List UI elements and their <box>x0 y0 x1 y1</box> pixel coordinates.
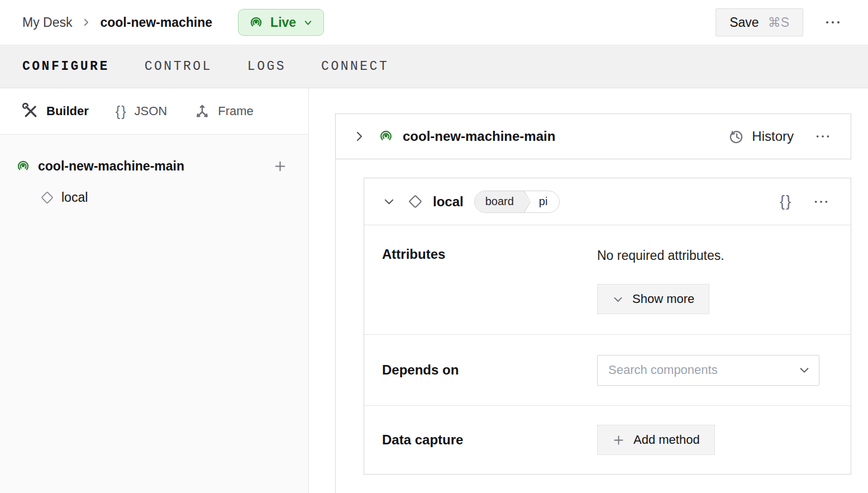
view-tab-builder-label: Builder <box>46 104 89 118</box>
machine-part-card: cool-new-machine-main History <box>335 113 851 159</box>
tab-logs[interactable]: LOGS <box>247 59 286 74</box>
component-card-title: local <box>433 194 464 210</box>
machine-nav-tabs: CONFIGURE CONTROL LOGS CONNECT <box>0 45 868 88</box>
tree-item-local-component[interactable]: local <box>0 182 308 213</box>
attributes-section-label: Attributes <box>382 246 597 314</box>
configure-sidebar: Builder {} JSON Frame <box>0 88 309 493</box>
component-type-label: board <box>485 195 514 208</box>
machine-part-tree: cool-new-machine-main local <box>0 135 308 493</box>
ellipsis-icon <box>815 134 831 139</box>
component-diamond-icon <box>40 191 54 205</box>
history-icon <box>728 129 745 145</box>
component-card-header: local board pi {} <box>364 178 851 225</box>
frame-axes-icon <box>194 103 211 120</box>
ellipsis-icon <box>813 199 829 205</box>
component-card-local: local board pi {} <box>364 178 851 475</box>
component-model-label: pi <box>539 195 548 208</box>
attributes-section: Attributes No required attributes. Show … <box>364 225 851 335</box>
chevron-down-icon <box>612 293 624 305</box>
view-tab-builder[interactable]: Builder <box>22 103 89 120</box>
history-button-label: History <box>752 129 794 144</box>
machine-status-dropdown[interactable]: Live <box>238 9 324 36</box>
component-diamond-icon <box>408 194 423 209</box>
tree-item-local-label: local <box>61 190 88 205</box>
depends-on-select <box>597 355 819 386</box>
view-tab-frame-label: Frame <box>218 104 254 118</box>
component-menu-button[interactable] <box>809 195 833 209</box>
chevron-down-icon <box>383 195 395 208</box>
save-shortcut-hint: ⌘S <box>768 15 789 30</box>
tree-item-machine-part-label: cool-new-machine-main <box>38 159 184 174</box>
show-more-button-label: Show more <box>632 292 694 306</box>
plus-icon <box>273 159 287 173</box>
component-type-badge: board pi <box>474 191 560 213</box>
viam-machine-page: My Desk cool-new-machine Live Save ⌘S <box>0 0 868 493</box>
tab-connect[interactable]: CONNECT <box>321 59 389 74</box>
configure-main-panel: cool-new-machine-main History <box>309 88 868 493</box>
chevron-right-icon <box>352 130 366 143</box>
depends-on-section: Depends on <box>364 335 851 406</box>
braces-icon: {} <box>116 103 127 120</box>
part-tree-connector-line <box>335 159 336 493</box>
breadcrumb-parent-link[interactable]: My Desk <box>22 15 72 30</box>
machine-part-icon <box>16 159 31 174</box>
depends-on-section-label: Depends on <box>382 362 597 378</box>
broadcast-icon <box>249 15 264 30</box>
breadcrumb-chevron-icon <box>81 17 91 27</box>
save-button-label: Save <box>729 15 759 30</box>
view-tab-json[interactable]: {} JSON <box>116 103 167 120</box>
part-card-expand-button[interactable] <box>351 129 367 144</box>
save-button[interactable]: Save ⌘S <box>716 8 803 36</box>
data-capture-section: Data capture Add method <box>364 406 851 474</box>
configure-view-tabs: Builder {} JSON Frame <box>0 88 308 135</box>
tab-configure[interactable]: CONFIGURE <box>22 59 109 74</box>
header-overflow-menu-button[interactable] <box>820 15 846 30</box>
show-more-button[interactable]: Show more <box>597 284 709 314</box>
add-method-button[interactable]: Add method <box>597 425 715 455</box>
plus-icon <box>612 434 625 447</box>
tree-item-machine-part[interactable]: cool-new-machine-main <box>0 150 308 182</box>
status-badge-label: Live <box>270 15 296 30</box>
view-tab-json-label: JSON <box>135 104 168 118</box>
top-bar: My Desk cool-new-machine Live Save ⌘S <box>0 0 868 45</box>
component-json-button[interactable]: {} <box>780 193 792 210</box>
breadcrumb: My Desk cool-new-machine <box>22 15 212 30</box>
braces-icon: {} <box>780 193 792 210</box>
part-card-title: cool-new-machine-main <box>403 129 555 144</box>
machine-part-icon <box>378 129 394 144</box>
machine-name-title: cool-new-machine <box>100 15 212 30</box>
tools-icon <box>22 103 39 120</box>
attributes-empty-text: No required attributes. <box>597 246 833 264</box>
add-component-button[interactable] <box>271 157 289 176</box>
search-components-input[interactable] <box>597 355 819 386</box>
component-collapse-button[interactable] <box>381 194 397 209</box>
ellipsis-icon <box>824 20 841 25</box>
data-capture-section-label: Data capture <box>382 432 597 448</box>
history-button[interactable]: History <box>728 129 794 145</box>
part-card-menu-button[interactable] <box>810 129 835 144</box>
add-method-button-label: Add method <box>633 433 700 447</box>
chevron-down-icon <box>303 17 313 28</box>
view-tab-frame[interactable]: Frame <box>194 103 254 120</box>
tab-control[interactable]: CONTROL <box>145 59 212 74</box>
